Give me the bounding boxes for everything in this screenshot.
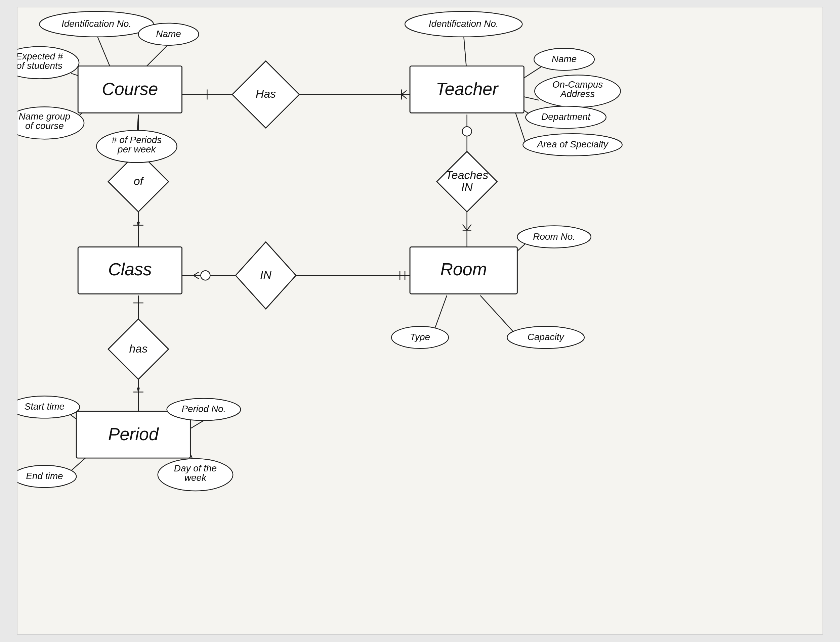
periods-per-week-attr: # of Periods (112, 135, 162, 145)
periods-per-week-attr2: per week (117, 144, 156, 154)
name-group-attr2: of course (25, 120, 64, 131)
teacher-id-attr: Identification No. (429, 18, 499, 29)
teaches-in-relation-label: Teaches (445, 169, 488, 181)
teacher-entity-label: Teacher (436, 79, 499, 99)
class-entity-label: Class (108, 259, 152, 279)
course-name-attr: Name (156, 29, 181, 39)
period-no-attr: Period No. (182, 404, 226, 414)
teacher-addr-attr2: Address (560, 89, 595, 99)
expected-students-attr: Expected # (18, 51, 63, 62)
name-group-attr: Name group (19, 111, 71, 122)
has-relation-label: Has (256, 87, 276, 100)
teacher-name-attr: Name (552, 54, 577, 64)
teaches-in-relation-label2: IN (461, 181, 473, 193)
teacher-addr-attr: On-Campus (552, 79, 603, 90)
svg-point-19 (201, 271, 210, 280)
room-type-attr: Type (410, 332, 430, 342)
svg-point-24 (462, 126, 472, 136)
period-entity-label: Period (108, 425, 159, 444)
room-entity-label: Room (440, 259, 487, 279)
course-entity-label: Course (102, 79, 158, 99)
period-day-attr2: week (184, 472, 207, 483)
period-day-attr: Day of the (174, 463, 217, 473)
expected-students-attr2: of students (18, 60, 62, 71)
er-diagram-canvas: Course Teacher Class Room Period Has of … (17, 7, 823, 635)
period-start-attr: Start time (24, 401, 65, 412)
in-relation-label: IN (260, 268, 271, 281)
room-no-attr: Room No. (533, 231, 575, 242)
teacher-dept-attr: Department (541, 112, 591, 122)
course-id-attr: Identification No. (62, 18, 132, 29)
of-relation-label: of (134, 175, 145, 187)
teacher-spec-attr: Area of Specialty (536, 139, 609, 149)
period-end-attr: End time (26, 471, 63, 481)
has2-relation-label: has (129, 342, 148, 355)
room-capacity-attr: Capacity (528, 332, 565, 342)
